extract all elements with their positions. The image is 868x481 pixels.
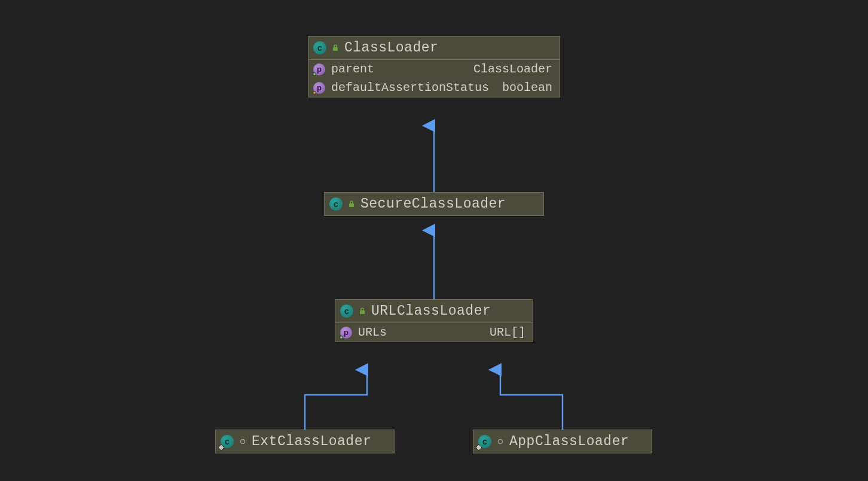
class-icon — [313, 41, 326, 54]
field-type: boolean — [502, 81, 552, 95]
class-header: ClassLoader — [308, 36, 560, 59]
visibility-dot-icon — [313, 91, 316, 95]
class-icon — [329, 197, 343, 211]
visibility-dot-icon — [340, 336, 343, 339]
field-name: URLs — [358, 325, 387, 339]
diagram-canvas: ClassLoader parent ClassLoader defaultAs… — [0, 0, 868, 481]
class-node-classloader[interactable]: ClassLoader parent ClassLoader defaultAs… — [308, 36, 560, 98]
svg-rect-2 — [333, 47, 338, 51]
class-title: AppClassLoader — [509, 434, 629, 449]
class-node-secureclassloader[interactable]: SecureClassLoader — [324, 192, 544, 216]
class-header: AppClassLoader — [473, 430, 652, 453]
class-title: URLClassLoader — [371, 303, 491, 319]
class-title: ClassLoader — [344, 40, 438, 56]
abstract-lock-icon — [331, 44, 340, 52]
public-circle-icon — [496, 437, 505, 446]
inner-class-badge-icon — [218, 444, 225, 451]
class-title: ExtClassLoader — [252, 434, 371, 449]
abstract-lock-icon — [347, 200, 356, 208]
class-icon — [340, 305, 353, 318]
field-row[interactable]: parent ClassLoader — [308, 60, 560, 78]
svg-rect-3 — [349, 203, 354, 207]
field-type: URL[] — [490, 325, 525, 339]
class-node-appclassloader[interactable]: AppClassLoader — [473, 430, 652, 453]
svg-point-5 — [241, 440, 245, 444]
field-row[interactable]: URLs URL[] — [335, 323, 533, 342]
class-node-extclassloader[interactable]: ExtClassLoader — [215, 430, 395, 453]
svg-rect-4 — [360, 310, 365, 314]
svg-point-6 — [499, 440, 503, 444]
class-header: SecureClassLoader — [325, 193, 543, 215]
field-type: ClassLoader — [473, 62, 552, 76]
field-name: parent — [331, 62, 374, 76]
class-header: URLClassLoader — [335, 300, 533, 322]
abstract-lock-icon — [358, 307, 366, 315]
field-row[interactable]: defaultAssertionStatus boolean — [308, 78, 560, 97]
class-header: ExtClassLoader — [216, 430, 394, 453]
class-node-urlclassloader[interactable]: URLClassLoader URLs URL[] — [335, 299, 533, 342]
visibility-dot-icon — [313, 72, 316, 76]
public-circle-icon — [239, 437, 247, 446]
class-title: SecureClassLoader — [360, 196, 506, 212]
field-name: defaultAssertionStatus — [331, 81, 489, 95]
inner-class-badge-icon — [475, 444, 482, 451]
